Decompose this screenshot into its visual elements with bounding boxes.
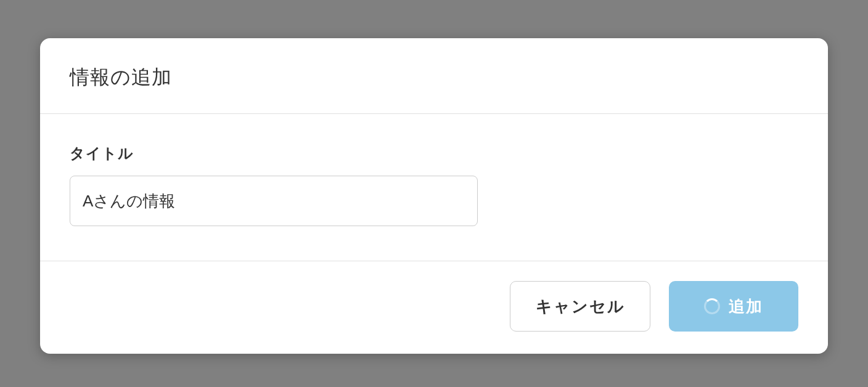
title-field-label: タイトル	[70, 144, 798, 163]
title-input[interactable]	[70, 176, 478, 226]
modal-header: 情報の追加	[40, 38, 828, 114]
add-button-label: 追加	[729, 296, 763, 317]
modal-body: タイトル	[40, 114, 828, 261]
add-info-modal: 情報の追加 タイトル キャンセル 追加	[40, 38, 828, 354]
modal-title: 情報の追加	[70, 64, 798, 91]
modal-footer: キャンセル 追加	[40, 261, 828, 354]
loading-spinner-icon	[704, 298, 720, 314]
cancel-button-label: キャンセル	[536, 296, 625, 317]
add-button[interactable]: 追加	[669, 281, 798, 332]
cancel-button[interactable]: キャンセル	[510, 281, 650, 332]
